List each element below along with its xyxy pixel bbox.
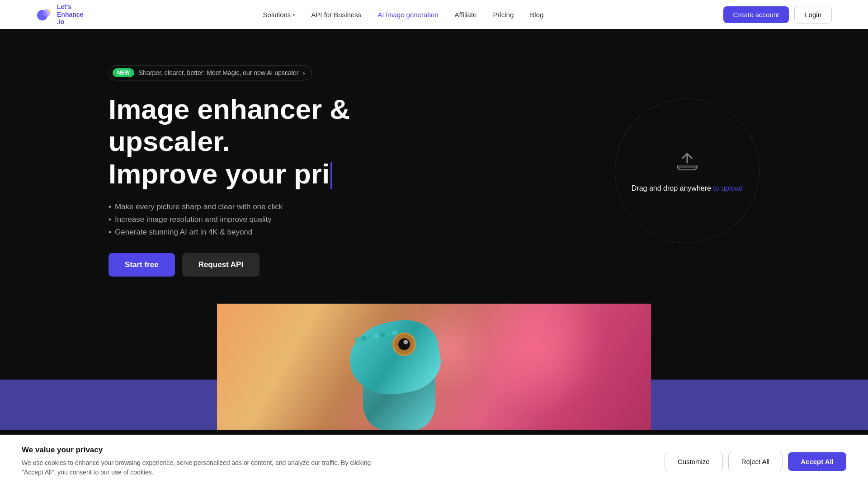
hero-buttons: Start free Request API <box>108 253 416 277</box>
new-tag: NEW <box>113 68 134 77</box>
nav-pricing[interactable]: Pricing <box>493 11 514 19</box>
create-account-button[interactable]: Create account <box>723 6 789 23</box>
logo-icon <box>36 6 52 23</box>
arrow-icon: › <box>303 70 305 76</box>
nav-solutions[interactable]: Solutions ▾ <box>263 11 295 19</box>
hero-section: NEW Sharper, clearer, better: Meet Magic… <box>0 29 868 304</box>
cookie-buttons: Customize Reject All Accept All <box>665 452 846 471</box>
badge-text: Sharper, clearer, better: Meet Magic, ou… <box>139 69 298 76</box>
bullet-1: Make every picture sharp and clear with … <box>108 202 416 211</box>
hero-title: Image enhancer & upscaler. Improve your … <box>108 93 416 190</box>
demo-image-wrap <box>217 304 651 430</box>
nav-affiliate[interactable]: Affiliate <box>454 11 476 19</box>
nav-links: Solutions ▾ API for Business AI image ge… <box>263 11 544 19</box>
navbar: Let's Enhance .io Solutions ▾ API for Bu… <box>0 0 868 29</box>
upload-link[interactable]: to upload <box>713 184 743 192</box>
accept-all-button[interactable]: Accept All <box>788 452 846 471</box>
logo-text: Let's Enhance .io <box>57 3 83 26</box>
reject-all-button[interactable]: Reject All <box>728 452 783 471</box>
login-button[interactable]: Login <box>794 6 832 23</box>
hero-bullets: Make every picture sharp and clear with … <box>108 202 416 237</box>
nav-actions: Create account Login <box>723 6 832 23</box>
upload-text: Drag and drop anywhere to upload <box>632 184 743 192</box>
chevron-down-icon: ▾ <box>292 12 295 17</box>
logo[interactable]: Let's Enhance .io <box>36 3 83 26</box>
cursor-blink <box>330 162 332 189</box>
demo-section <box>0 304 868 430</box>
cookie-content: We value your privacy We use cookies to … <box>22 446 392 477</box>
upload-icon <box>674 149 701 177</box>
bullet-2: Increase image resolution and improve qu… <box>108 215 416 224</box>
start-free-button[interactable]: Start free <box>108 253 175 277</box>
hero-content: NEW Sharper, clearer, better: Meet Magic… <box>108 65 416 277</box>
demo-image <box>217 304 651 430</box>
nav-api-business[interactable]: API for Business <box>311 11 361 19</box>
bullet-3: Generate stunning AI art in 4K & beyond <box>108 228 416 237</box>
request-api-button[interactable]: Request API <box>182 253 260 277</box>
svg-rect-2 <box>48 9 52 12</box>
nav-ai-image[interactable]: AI image generation <box>377 11 438 19</box>
cookie-banner: We value your privacy We use cookies to … <box>0 435 868 488</box>
customize-button[interactable]: Customize <box>665 452 723 471</box>
upload-area[interactable]: Drag and drop anywhere to upload <box>615 99 760 243</box>
new-badge[interactable]: NEW Sharper, clearer, better: Meet Magic… <box>108 65 312 80</box>
cookie-description: We use cookies to enhance your browsing … <box>22 458 392 477</box>
cookie-title: We value your privacy <box>22 446 392 455</box>
svg-rect-3 <box>677 165 697 168</box>
nav-blog[interactable]: Blog <box>530 11 543 19</box>
